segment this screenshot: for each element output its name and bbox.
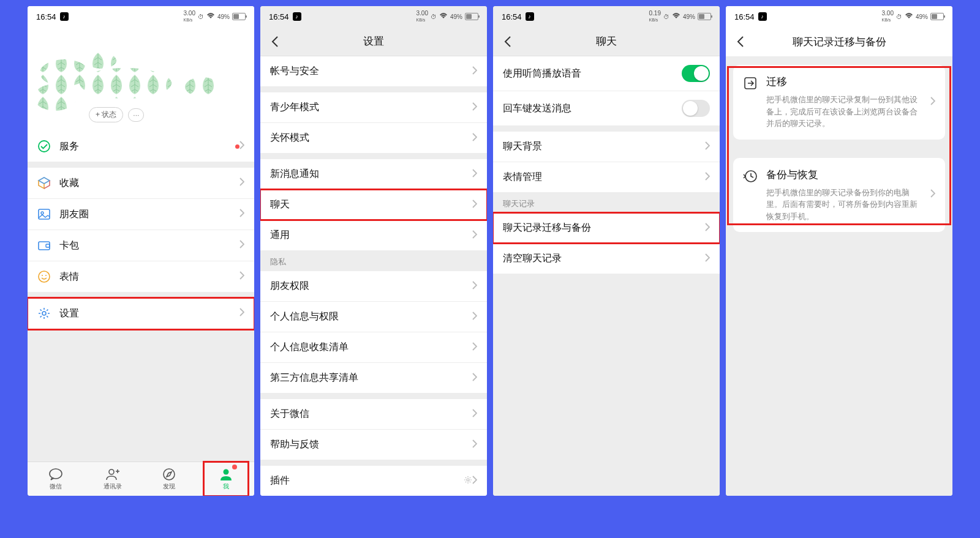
chevron-right-icon [239,177,244,189]
page-title: 聊天 [596,34,617,48]
battery-icon [465,13,478,20]
tab-discover[interactable]: 发现 [141,462,198,496]
svg-point-11 [42,275,43,276]
toggle-switch[interactable] [682,100,710,117]
screen-migrate-backup: 16:54♪ 3.00KB/s ⏱ 49% 聊天记录迁移与备份 迁移 [726,6,952,496]
profile-header[interactable]: + 状态 ··· [28,27,254,131]
chevron-right-icon [930,189,935,200]
migrate-card[interactable]: 迁移 把手机微信里的聊天记录复制一份到其他设备上，完成后可在该设备上浏览两台设备… [733,65,945,140]
svg-point-12 [45,275,47,276]
tab-wechat[interactable]: 微信 [28,462,85,496]
stickers-item[interactable]: 表情 [28,261,254,292]
chevron-right-icon [472,439,477,450]
smile-icon [37,270,51,283]
chevron-right-icon [472,312,477,323]
settings-item[interactable]: 设置 [28,298,254,329]
teen-mode-item[interactable]: 青少年模式 [260,92,487,123]
tiktok-notif-icon: ♪ [758,12,767,21]
friend-permissions-item[interactable]: 朋友权限 [260,271,487,302]
chevron-right-icon [705,223,710,234]
alarm-icon: ⏱ [198,13,204,20]
chevron-right-icon [239,271,244,282]
emoji-management-item[interactable]: 表情管理 [493,162,720,192]
chevron-right-icon [472,200,477,211]
statusbar: 16:54 ♪ 3.00KB/s ⏱ 49% [28,6,254,27]
backup-restore-card[interactable]: 备份与恢复 把手机微信里的聊天记录备份到你的电脑里。后面有需要时，可将所备份到内… [733,158,945,233]
chevron-right-icon [705,141,710,152]
statusbar: 16:54♪ 3.00KB/s ⏱ 49% [726,6,952,27]
plugins-item[interactable]: 插件 [260,466,487,496]
red-dot-icon [232,465,237,469]
earpiece-toggle-item[interactable]: 使用听筒播放语音 [493,56,720,91]
backup-title: 备份与恢复 [766,168,922,182]
svg-point-4 [34,84,77,111]
services-item[interactable]: 服务 [28,131,254,162]
personal-info-item[interactable]: 个人信息与权限 [260,302,487,332]
wallet-icon [37,239,51,252]
screen-settings: 16:54♪ 3.00KB/s ⏱ 49% 设置 帐号与安全 青少年模式 关怀模… [260,6,487,496]
care-mode-item[interactable]: 关怀模式 [260,123,487,153]
back-button[interactable] [732,33,749,50]
svg-point-10 [39,271,50,282]
privacy-section-header: 隐私 [260,250,487,271]
svg-point-15 [109,469,114,474]
svg-point-14 [50,469,62,479]
about-item[interactable]: 关于微信 [260,399,487,430]
chevron-right-icon [472,409,477,420]
status-more-button[interactable]: ··· [128,108,144,122]
moments-item[interactable]: 朋友圈 [28,199,254,230]
chat-item[interactable]: 聊天 [260,190,487,220]
chevron-right-icon [472,102,477,113]
battery-icon [232,13,246,20]
svg-point-3 [185,77,217,97]
chevron-right-icon [472,66,477,77]
thirdparty-share-list-item[interactable]: 第三方信息共享清单 [260,363,487,393]
favorites-item[interactable]: 收藏 [28,168,254,199]
alarm-icon: ⏱ [663,13,669,20]
chevron-right-icon [930,97,935,108]
status-time: 16:54 [36,12,56,21]
statusbar: 16:54♪ 3.00KB/s ⏱ 49% [260,6,487,27]
general-item[interactable]: 通用 [260,220,487,250]
backup-desc: 把手机微信里的聊天记录备份到你的电脑里。后面有需要时，可将所备份到内容重新恢复到… [766,187,922,223]
clear-history-item[interactable]: 清空聊天记录 [493,244,720,274]
svg-point-7 [41,212,43,214]
notifications-item[interactable]: 新消息通知 [260,159,487,190]
chevron-right-icon [472,230,477,241]
alarm-icon: ⏱ [431,13,437,20]
svg-rect-8 [39,242,50,250]
tab-contacts[interactable]: 通讯录 [85,462,141,496]
wifi-icon [672,13,680,20]
red-dot-icon [235,144,239,149]
account-security-item[interactable]: 帐号与安全 [260,56,487,86]
image-icon [37,207,51,221]
chat-background-item[interactable]: 聊天背景 [493,132,720,162]
toggle-switch[interactable] [682,65,710,82]
back-button[interactable] [499,33,516,50]
svg-point-18 [467,479,469,481]
migrate-backup-item[interactable]: 聊天记录迁移与备份 [493,213,720,244]
battery-pct: 49% [217,13,230,20]
tab-me[interactable]: 我 [198,462,255,496]
tiktok-notif-icon: ♪ [526,12,534,21]
chevron-right-icon [472,169,477,180]
nav-header: 设置 [260,27,487,56]
chevron-right-icon [472,373,477,384]
cards-item[interactable]: 卡包 [28,230,254,261]
enter-send-toggle-item[interactable]: 回车键发送消息 [493,91,720,125]
chevron-right-icon [239,240,244,251]
chevron-right-icon [705,253,710,264]
migrate-desc: 把手机微信里的聊天记录复制一份到其他设备上，完成后可在该设备上浏览两台设备合并后… [766,94,922,130]
battery-icon [930,13,944,20]
screen-me: 16:54 ♪ 3.00KB/s ⏱ 49% [28,6,254,496]
screen-chat-settings: 16:54♪ 0.19KB/s ⏱ 49% 聊天 使用听筒播放语音 回车键发送消… [493,6,720,496]
history-icon [743,169,758,184]
status-button[interactable]: + 状态 [89,107,123,122]
tabbar: 微信 通讯录 发现 我 [28,461,254,496]
info-collect-list-item[interactable]: 个人信息收集清单 [260,332,487,363]
nav-header: 聊天记录迁移与备份 [726,27,952,56]
services-icon [37,140,51,153]
back-button[interactable] [266,33,284,50]
tiktok-notif-icon: ♪ [293,12,301,21]
help-feedback-item[interactable]: 帮助与反馈 [260,430,487,460]
